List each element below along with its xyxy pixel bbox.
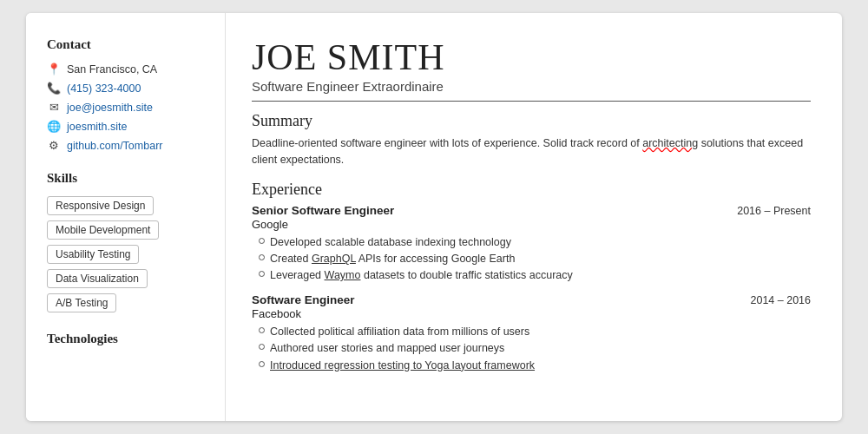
- bullet-icon: [259, 254, 265, 260]
- resume-card: Contact 📍 San Francisco, CA 📞 (415) 323-…: [26, 13, 842, 421]
- summary-heading: Summary: [252, 112, 811, 130]
- skill-tag: Mobile Development: [47, 220, 159, 240]
- sidebar: Contact 📍 San Francisco, CA 📞 (415) 323-…: [26, 13, 226, 421]
- bullet-icon: [259, 344, 265, 350]
- candidate-title: Software Engineer Extraordinaire: [252, 79, 811, 94]
- phone-icon: 📞: [47, 82, 61, 95]
- summary-text: Deadline-oriented software engineer with…: [252, 135, 811, 168]
- list-item: Created GraphQL APIs for accessing Googl…: [259, 251, 811, 267]
- contact-list: 📍 San Francisco, CA 📞 (415) 323-4000 ✉ j…: [47, 62, 207, 152]
- list-item: Leveraged Waymo datasets to double traff…: [259, 267, 811, 284]
- job-title-2: Software Engineer: [252, 293, 355, 306]
- list-item: Authored user stories and mapped user jo…: [259, 340, 811, 357]
- email-icon: ✉: [47, 101, 61, 114]
- phone-link[interactable]: (415) 323-4000: [67, 82, 141, 95]
- contact-website: 🌐 joesmith.site: [47, 120, 207, 133]
- website-link[interactable]: joesmith.site: [67, 121, 127, 133]
- list-item: Collected political affiliation data fro…: [259, 324, 811, 340]
- list-item: Developed scalable database indexing tec…: [259, 234, 811, 251]
- job-company-2: Facebook: [252, 307, 811, 320]
- location-icon: 📍: [47, 62, 61, 76]
- list-item: Introduced regression testing to Yoga la…: [259, 358, 811, 374]
- technologies-section-title: Technologies: [47, 332, 207, 346]
- skill-tag: Usability Testing: [47, 245, 139, 264]
- experience-heading: Experience: [252, 181, 811, 199]
- skills-section-title: Skills: [47, 171, 207, 186]
- skill-tag: Responsive Design: [47, 196, 154, 215]
- job-dates-2: 2014 – 2016: [750, 294, 811, 306]
- contact-phone: 📞 (415) 323-4000: [47, 82, 207, 95]
- contact-section-title: Contact: [47, 37, 207, 52]
- experience-section: Senior Software Engineer 2016 – Present …: [252, 204, 811, 374]
- email-link[interactable]: joe@joesmith.site: [67, 102, 153, 114]
- skill-tag: A/B Testing: [47, 293, 116, 312]
- contact-email: ✉ joe@joesmith.site: [47, 101, 207, 114]
- candidate-name: JOE SMITH: [252, 37, 811, 77]
- job-dates-1: 2016 – Present: [737, 205, 811, 217]
- job-header-1: Senior Software Engineer 2016 – Present: [252, 204, 811, 217]
- job-header-2: Software Engineer 2014 – 2016: [252, 293, 811, 306]
- bullet-icon: [259, 361, 265, 367]
- bullet-icon: [259, 271, 265, 277]
- globe-icon: 🌐: [47, 120, 61, 133]
- github-link[interactable]: github.com/Tombarr: [67, 140, 162, 152]
- underline-text: Introduced regression testing to Yoga la…: [270, 359, 535, 372]
- contact-location: 📍 San Francisco, CA: [47, 62, 207, 76]
- bullet-icon: [259, 327, 265, 333]
- skill-tag: Data Visualization: [47, 269, 148, 288]
- waymo-link: Waymo: [325, 269, 361, 281]
- job-bullets-2: Collected political affiliation data fro…: [259, 324, 811, 374]
- header-divider: [252, 101, 811, 102]
- job-company-1: Google: [252, 218, 811, 231]
- main-content: JOE SMITH Software Engineer Extraordinai…: [226, 13, 842, 421]
- job-title-1: Senior Software Engineer: [252, 204, 394, 217]
- skills-section: Skills Responsive DesignMobile Developme…: [47, 171, 207, 312]
- contact-github: ⚙ github.com/Tombarr: [47, 139, 207, 152]
- skill-tags: Responsive DesignMobile DevelopmentUsabi…: [47, 196, 207, 312]
- bullet-icon: [259, 238, 265, 244]
- graphql-link: GraphQL: [312, 253, 356, 265]
- job-bullets-1: Developed scalable database indexing tec…: [259, 234, 811, 285]
- technologies-section: Technologies: [47, 332, 207, 346]
- squiggle-word: architecting: [642, 137, 698, 149]
- github-icon: ⚙: [47, 139, 61, 152]
